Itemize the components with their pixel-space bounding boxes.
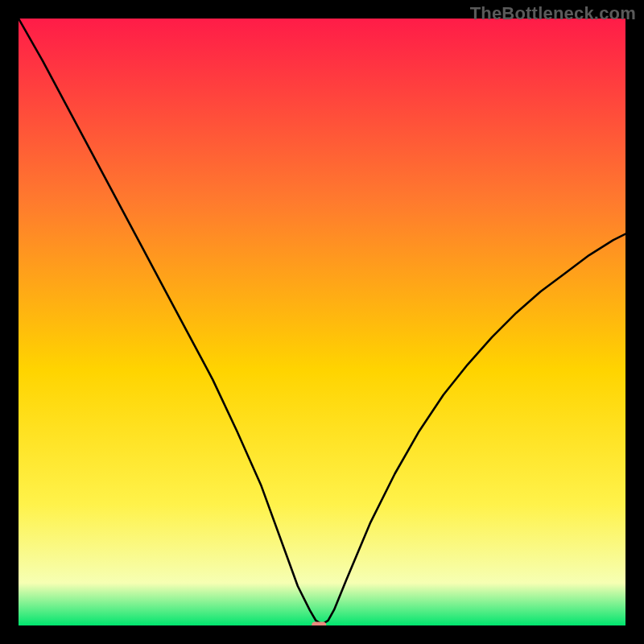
chart-frame: TheBottleneck.com [0,0,644,644]
gradient-background [19,19,625,625]
plot-area [19,19,625,625]
chart-svg [19,19,625,625]
watermark-text: TheBottleneck.com [470,3,636,24]
ideal-point-marker [312,621,326,625]
